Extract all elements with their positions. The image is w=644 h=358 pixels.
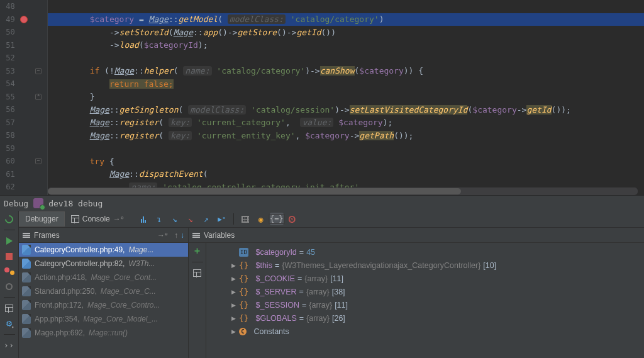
object-icon: {} (239, 261, 248, 270)
force-step-into-button[interactable]: ↘ (184, 213, 197, 225)
stack-frame[interactable]: Mage.php:692, Mage::run() (19, 326, 188, 340)
debug-label: Debug (4, 199, 28, 208)
object-icon: {} (239, 301, 248, 310)
code-line-56[interactable]: Mage::getSingleton( modelClass: 'catalog… (48, 103, 644, 116)
variable-row[interactable]: ▶{} $_SESSION = {array} [11] (206, 298, 644, 311)
stack-frame[interactable]: Front.php:172, Mage_Core_Contro... (19, 298, 188, 312)
object-icon: {} (239, 288, 248, 296)
run-config-name: dev18 debug (48, 199, 103, 208)
scrollbar-thumb[interactable] (48, 188, 461, 194)
variable-row[interactable]: ▶{} $_SERVER = {array} [38] (206, 285, 644, 298)
horizontal-scrollbar[interactable] (48, 187, 638, 195)
close-session-button[interactable]: ⮿ (286, 213, 299, 225)
file-icon (22, 328, 31, 338)
variable-row[interactable]: ▶{} $this = {W3Themes_Layerednavigationa… (206, 259, 644, 272)
expand-toggle[interactable]: ▶ (230, 289, 236, 295)
debug-left-toolbar: ⚙ ›› (0, 211, 19, 358)
step-out-button[interactable]: ↗ (199, 213, 213, 225)
file-icon (22, 300, 31, 310)
code-line-57[interactable]: Mage::register( key: 'current_category',… (48, 116, 644, 130)
code-line-52[interactable] (48, 52, 644, 65)
code-line-48[interactable] (48, 0, 644, 13)
frames-icon (23, 233, 30, 238)
variables-header: Variables (189, 228, 644, 243)
watches-layout-button[interactable] (192, 267, 203, 279)
object-icon: {} (239, 314, 248, 323)
stack-frame[interactable]: App.php:354, Mage_Core_Model_... (19, 312, 188, 326)
debug-main: Debugger Console→ᵉ ↴ ↘ ↘ ↗ ▶ᶦ ◉ {=} ⮿ (19, 211, 644, 358)
constants-icon: C (239, 328, 247, 335)
variables-toolbar: + (189, 243, 206, 358)
frames-pane: Frames →ᵉ ↑ ↓ CategoryController.php:49,… (19, 228, 189, 358)
add-watch-button[interactable]: + (192, 245, 203, 257)
step-into-button[interactable]: ↘ (168, 213, 182, 225)
breakpoint-icon[interactable] (20, 16, 28, 23)
step-over-button[interactable]: ↴ (152, 213, 166, 225)
file-icon (22, 272, 31, 282)
code-line-61[interactable]: Mage::dispatchEvent( (48, 168, 644, 181)
code-line-55[interactable]: } (48, 91, 644, 104)
code-line-54[interactable]: return false; (48, 77, 644, 91)
expand-toggle[interactable]: ▶ (230, 276, 236, 282)
code-line-53[interactable]: if (!Mage::helper( name: 'catalog/catego… (48, 65, 644, 78)
view-breakpoints-button[interactable] (4, 266, 15, 277)
run-config-icon (33, 198, 43, 208)
debug-tool-window: ⚙ ›› Debugger Console→ᵉ ↴ ↘ ↘ ↗ ▶ᶦ ◉ {=}… (0, 211, 644, 358)
stop-button[interactable] (4, 250, 15, 262)
file-icon (22, 259, 31, 269)
tab-console[interactable]: Console→ᵉ (65, 211, 130, 227)
variables-toggle[interactable]: {=} (270, 213, 284, 225)
editor-gutter[interactable]: 484950515253−5455⌃5657585960−6162 (0, 0, 48, 195)
variable-row[interactable]: ▶{} $_COOKIE = {array} [11] (206, 272, 644, 285)
stack-frame[interactable]: CategoryController.php:49, Mage... (19, 243, 188, 257)
show-execution-point-button[interactable] (136, 213, 150, 225)
object-icon: {} (239, 274, 248, 283)
file-icon (22, 314, 31, 324)
code-editor[interactable]: 484950515253−5455⌃5657585960−6162 $categ… (0, 0, 644, 195)
code-lines[interactable]: $category = Mage::getModel( modelClass: … (48, 0, 644, 194)
frames-header: Frames →ᵉ ↑ ↓ (19, 228, 188, 243)
rerun-button[interactable] (4, 213, 15, 225)
debug-header: Debug dev18 debug (0, 195, 644, 211)
expand-toggle[interactable]: ▶ (230, 302, 236, 308)
layout-button[interactable] (4, 303, 15, 314)
variables-icon (192, 233, 200, 238)
stack-frame[interactable]: Standard.php:250, Mage_Core_C... (19, 284, 188, 298)
run-to-cursor-button[interactable]: ▶ᶦ (215, 213, 229, 225)
prev-frame-button[interactable]: ↑ (174, 231, 178, 240)
stack-frame[interactable]: Action.php:418, Mage_Core_Cont... (19, 271, 188, 284)
expand-toggle[interactable]: ▶ (230, 328, 236, 335)
debug-tab-row: Debugger Console→ᵉ ↴ ↘ ↘ ↗ ▶ᶦ ◉ {=} ⮿ (19, 211, 644, 228)
id-icon: ID (239, 248, 248, 257)
code-line-60[interactable]: try { (48, 155, 644, 168)
stack-frame[interactable]: CategoryController.php:82, W3Th... (19, 257, 188, 271)
variables-tree[interactable]: ID $categoryId = 45▶{} $this = {W3Themes… (206, 243, 644, 358)
file-icon (22, 245, 31, 255)
code-line-50[interactable]: ->setStoreId(Mage::app()->getStore()->ge… (48, 26, 644, 39)
code-line-51[interactable]: ->load($categoryId); (48, 39, 644, 52)
debug-panes: Frames →ᵉ ↑ ↓ CategoryController.php:49,… (19, 228, 644, 358)
thread-selector-arrow[interactable]: →ᵉ (157, 231, 168, 240)
code-line-58[interactable]: Mage::register( key: 'current_entity_key… (48, 129, 644, 142)
at-icon[interactable]: ◉ (254, 213, 268, 225)
frames-list[interactable]: CategoryController.php:49, Mage...Catego… (19, 243, 188, 358)
next-frame-button[interactable]: ↓ (180, 231, 184, 240)
mute-breakpoints-button[interactable] (4, 281, 15, 292)
expand-toggle[interactable]: ▶ (230, 315, 236, 322)
variable-row[interactable]: ID $categoryId = 45 (206, 245, 644, 259)
variables-pane: Variables + ID $categoryId = 45▶{} $this… (189, 228, 644, 358)
settings-button[interactable]: ⚙ (4, 318, 15, 329)
expand-toggle[interactable]: ▶ (230, 262, 236, 269)
tab-debugger[interactable]: Debugger (19, 211, 65, 227)
variable-row[interactable]: ▶C Constants (206, 325, 644, 338)
code-line-49[interactable]: $category = Mage::getModel( modelClass: … (48, 13, 644, 26)
evaluate-expression-button[interactable] (238, 213, 252, 225)
more-button[interactable]: ›› (4, 340, 15, 351)
resume-button[interactable] (4, 235, 15, 247)
variable-row[interactable]: ▶{} $GLOBALS = {array} [26] (206, 311, 644, 325)
code-line-59[interactable] (48, 142, 644, 155)
file-icon (22, 286, 31, 296)
